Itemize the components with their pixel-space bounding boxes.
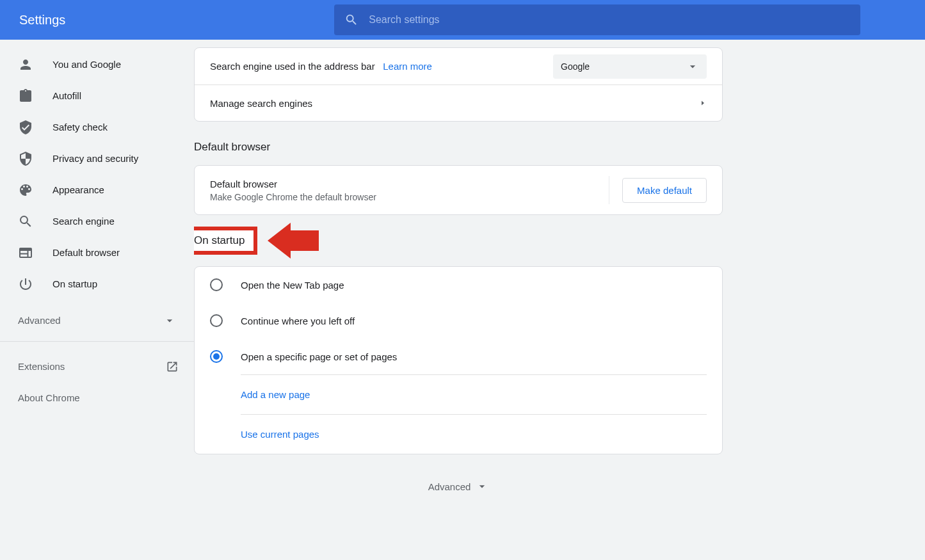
radio-icon[interactable] xyxy=(210,350,223,363)
sidebar-item-search-engine[interactable]: Search engine xyxy=(0,205,194,237)
sidebar-advanced-toggle[interactable]: Advanced xyxy=(0,305,194,336)
sidebar: You and Google Autofill Safety check Pri… xyxy=(0,40,194,560)
sidebar-item-label: Safety check xyxy=(52,122,108,132)
radio-label: Open the New Tab page xyxy=(241,280,344,291)
header: Settings xyxy=(0,0,925,40)
radio-label: Continue where you left off xyxy=(241,316,355,326)
add-new-page-button[interactable]: Add a new page xyxy=(241,374,707,414)
page-title: Settings xyxy=(19,13,65,28)
palette-icon xyxy=(18,182,33,198)
clipboard-icon xyxy=(18,88,33,104)
row-text: Manage search engines xyxy=(210,98,312,109)
sidebar-item-privacy[interactable]: Privacy and security xyxy=(0,143,194,174)
startup-option-specific-page[interactable]: Open a specific page or set of pages xyxy=(195,339,722,374)
sidebar-item-default-browser[interactable]: Default browser xyxy=(0,237,194,268)
use-current-pages-button[interactable]: Use current pages xyxy=(241,414,707,454)
default-browser-card-subtitle: Make Google Chrome the default browser xyxy=(210,192,376,202)
sidebar-item-safety-check[interactable]: Safety check xyxy=(0,111,194,143)
on-startup-card: Open the New Tab page Continue where you… xyxy=(194,266,723,454)
learn-more-link[interactable]: Learn more xyxy=(383,61,432,72)
sidebar-item-about[interactable]: About Chrome xyxy=(0,382,194,413)
on-startup-section-title: On startup xyxy=(194,227,257,255)
sidebar-item-you-and-google[interactable]: You and Google xyxy=(0,49,194,80)
chevron-down-icon xyxy=(163,314,176,327)
sidebar-item-label: Search engine xyxy=(52,216,115,227)
sidebar-item-on-startup[interactable]: On startup xyxy=(0,268,194,300)
default-browser-section-title: Default browser xyxy=(194,122,723,165)
chevron-right-icon xyxy=(699,99,707,107)
open-in-new-icon xyxy=(166,360,179,373)
sidebar-item-label: Autofill xyxy=(52,90,81,101)
search-engine-address-bar-row: Search engine used in the address bar Le… xyxy=(195,48,722,84)
sidebar-item-label: Extensions xyxy=(18,361,65,372)
browser-icon xyxy=(18,245,33,260)
startup-option-continue[interactable]: Continue where you left off xyxy=(195,303,722,339)
search-container[interactable] xyxy=(334,4,860,35)
radio-icon[interactable] xyxy=(210,314,223,327)
manage-search-engines-row[interactable]: Manage search engines xyxy=(195,84,722,121)
search-icon xyxy=(344,13,358,27)
annotation-arrow-icon xyxy=(291,230,319,251)
sidebar-item-extensions[interactable]: Extensions xyxy=(0,351,194,382)
sidebar-item-label: About Chrome xyxy=(18,392,80,403)
vertical-divider xyxy=(609,176,609,204)
default-browser-card: Default browser Make Google Chrome the d… xyxy=(194,165,723,215)
main-content: Search engine used in the address bar Le… xyxy=(194,40,925,560)
sidebar-item-label: You and Google xyxy=(52,59,121,70)
search-icon xyxy=(18,214,33,229)
startup-option-new-tab[interactable]: Open the New Tab page xyxy=(195,267,722,303)
shield-icon xyxy=(18,151,33,166)
dropdown-value: Google xyxy=(561,61,590,72)
make-default-button[interactable]: Make default xyxy=(622,178,707,203)
search-engine-row-text: Search engine used in the address bar xyxy=(210,61,375,72)
default-browser-card-title: Default browser xyxy=(210,179,376,189)
bottom-advanced-label: Advanced xyxy=(428,481,471,492)
search-engine-card: Search engine used in the address bar Le… xyxy=(194,47,723,122)
power-icon xyxy=(18,276,33,292)
bottom-advanced-toggle[interactable]: Advanced xyxy=(194,454,723,518)
chevron-down-icon xyxy=(686,60,699,73)
radio-label: Open a specific page or set of pages xyxy=(241,351,397,362)
search-input[interactable] xyxy=(369,14,850,26)
search-engine-dropdown[interactable]: Google xyxy=(553,54,707,79)
shield-check-icon xyxy=(18,120,33,135)
sidebar-advanced-label: Advanced xyxy=(18,315,61,326)
sidebar-item-label: Appearance xyxy=(52,184,104,195)
chevron-down-icon xyxy=(476,480,488,493)
radio-icon[interactable] xyxy=(210,278,223,291)
sidebar-item-appearance[interactable]: Appearance xyxy=(0,174,194,205)
sidebar-item-label: On startup xyxy=(52,278,97,289)
sidebar-item-label: Privacy and security xyxy=(52,153,138,164)
sidebar-item-autofill[interactable]: Autofill xyxy=(0,80,194,111)
person-icon xyxy=(18,57,33,72)
sidebar-item-label: Default browser xyxy=(52,247,120,258)
